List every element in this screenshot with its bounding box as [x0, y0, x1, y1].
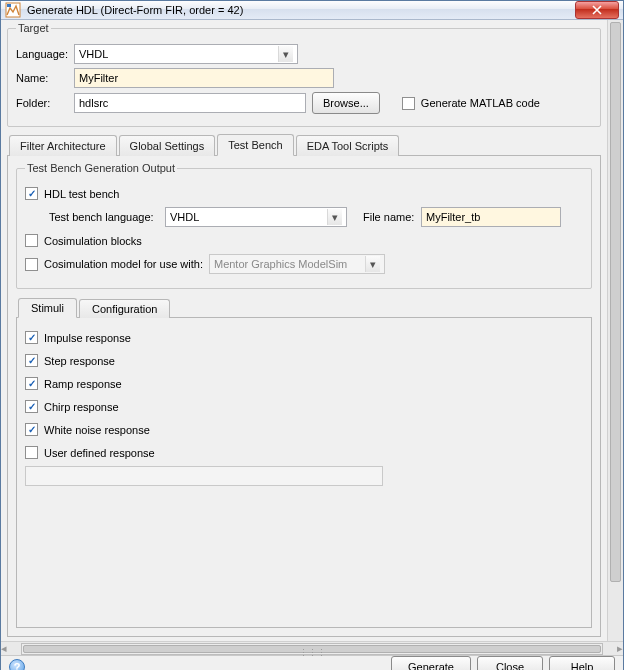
tb-language-value: VHDL [170, 211, 199, 223]
hdl-test-bench-label: HDL test bench [44, 188, 119, 200]
body-area: Target Language: VHDL ▾ Name: MyFilter F… [1, 20, 623, 641]
chevron-down-icon: ▾ [365, 256, 380, 272]
close-icon [592, 5, 602, 15]
target-group: Target Language: VHDL ▾ Name: MyFilter F… [7, 22, 601, 127]
generate-matlab-label: Generate MATLAB code [421, 97, 540, 109]
checkbox-box [25, 234, 38, 247]
cosim-model-label: Cosimulation model for use with: [44, 258, 203, 270]
tab-stimuli[interactable]: Stimuli [18, 298, 77, 318]
app-icon [5, 2, 21, 18]
name-label: Name: [16, 72, 74, 84]
scrollbar-thumb[interactable]: ⋮⋮⋮ [23, 645, 601, 653]
impulse-response-checkbox[interactable]: Impulse response [25, 331, 131, 344]
test-bench-output-group: Test Bench Generation Output HDL test be… [16, 162, 592, 289]
sub-tab-bar: Stimuli Configuration [16, 297, 592, 318]
chevron-down-icon: ▾ [278, 46, 293, 62]
cosim-model-select: Mentor Graphics ModelSim ▾ [209, 254, 385, 274]
dialog-window: Generate HDL (Direct-Form FIR, order = 4… [0, 0, 624, 670]
cosim-model-value: Mentor Graphics ModelSim [214, 258, 347, 270]
cosim-blocks-label: Cosimulation blocks [44, 235, 142, 247]
tab-global-settings[interactable]: Global Settings [119, 135, 216, 156]
folder-input[interactable]: hdlsrc [74, 93, 306, 113]
horizontal-scrollbar[interactable]: ◂ ⋮⋮⋮ ▸ [1, 641, 623, 655]
vertical-scrollbar[interactable] [607, 20, 623, 641]
checkbox-box [25, 258, 38, 271]
close-window-button[interactable] [575, 1, 619, 19]
chirp-response-checkbox[interactable]: Chirp response [25, 400, 119, 413]
user-defined-response-checkbox[interactable]: User defined response [25, 446, 155, 459]
scroll-left-icon[interactable]: ◂ [1, 642, 7, 655]
checkbox-box [402, 97, 415, 110]
language-select[interactable]: VHDL ▾ [74, 44, 298, 64]
target-legend: Target [16, 22, 51, 34]
browse-label: Browse... [323, 97, 369, 109]
cosim-model-checkbox[interactable]: Cosimulation model for use with: [25, 258, 203, 271]
file-name-input[interactable]: MyFilter_tb [421, 207, 561, 227]
window-title: Generate HDL (Direct-Form FIR, order = 4… [27, 4, 575, 16]
test-bench-panel: Test Bench Generation Output HDL test be… [7, 156, 601, 637]
generate-matlab-checkbox[interactable]: Generate MATLAB code [402, 97, 540, 110]
content: Target Language: VHDL ▾ Name: MyFilter F… [1, 20, 607, 641]
help-icon[interactable]: ? [9, 659, 25, 670]
tb-output-legend: Test Bench Generation Output [25, 162, 177, 174]
hdl-test-bench-checkbox[interactable]: HDL test bench [25, 187, 119, 200]
tab-configuration[interactable]: Configuration [79, 299, 170, 318]
file-name-value: MyFilter_tb [426, 211, 480, 223]
browse-button[interactable]: Browse... [312, 92, 380, 114]
tb-language-label: Test bench language: [49, 211, 165, 223]
user-defined-input [25, 466, 383, 486]
ramp-response-checkbox[interactable]: Ramp response [25, 377, 122, 390]
chevron-down-icon: ▾ [327, 209, 342, 225]
close-button[interactable]: Close [477, 656, 543, 670]
white-noise-response-checkbox[interactable]: White noise response [25, 423, 150, 436]
tab-eda-tool-scripts[interactable]: EDA Tool Scripts [296, 135, 400, 156]
generate-button[interactable]: Generate [391, 656, 471, 670]
cosim-blocks-checkbox[interactable]: Cosimulation blocks [25, 234, 142, 247]
language-value: VHDL [79, 48, 108, 60]
scrollbar-track[interactable]: ⋮⋮⋮ [21, 643, 603, 655]
checkbox-box [25, 187, 38, 200]
step-response-checkbox[interactable]: Step response [25, 354, 115, 367]
stimuli-panel: Impulse response Step response Ramp resp… [16, 318, 592, 628]
name-value: MyFilter [79, 72, 118, 84]
tab-filter-architecture[interactable]: Filter Architecture [9, 135, 117, 156]
svg-rect-1 [7, 4, 11, 7]
scroll-right-icon[interactable]: ▸ [617, 642, 623, 655]
help-button[interactable]: Help [549, 656, 615, 670]
file-name-label: File name: [363, 211, 421, 223]
name-input[interactable]: MyFilter [74, 68, 334, 88]
folder-label: Folder: [16, 97, 74, 109]
language-label: Language: [16, 48, 74, 60]
tb-language-select[interactable]: VHDL ▾ [165, 207, 347, 227]
scrollbar-thumb[interactable] [610, 22, 621, 582]
main-tab-bar: Filter Architecture Global Settings Test… [7, 133, 601, 156]
titlebar[interactable]: Generate HDL (Direct-Form FIR, order = 4… [1, 1, 623, 20]
folder-value: hdlsrc [79, 97, 108, 109]
tab-test-bench[interactable]: Test Bench [217, 134, 293, 156]
